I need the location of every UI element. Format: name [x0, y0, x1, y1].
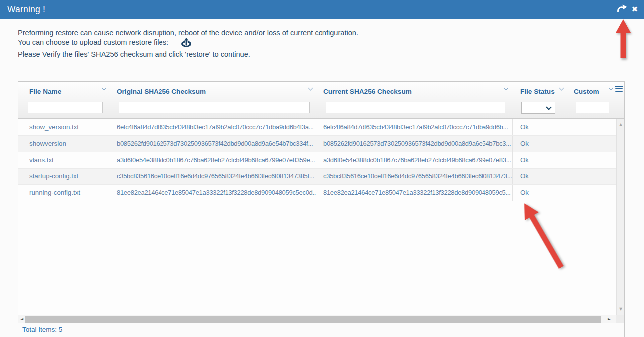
- custom-cell: [567, 185, 616, 201]
- vertical-scrollbar[interactable]: ▲ ▼: [616, 119, 624, 315]
- table-header: File Name Original SHA256 Checksum Curre…: [18, 82, 624, 119]
- dialog-title-bar: Warning ! ✖: [0, 0, 644, 19]
- file-name-cell: running-config.txt: [18, 185, 109, 201]
- scroll-up-icon[interactable]: ▲: [617, 123, 625, 127]
- grid-menu-hamburger-icon[interactable]: [615, 86, 623, 92]
- file-name-cell: show_version.txt: [18, 119, 109, 135]
- horizontal-scrollbar-thumb[interactable]: [25, 316, 601, 323]
- close-icon: ✖: [632, 5, 638, 14]
- file-status-cell: Ok: [513, 168, 567, 184]
- table-row[interactable]: showversion b085262fd90162573d7302509365…: [18, 136, 616, 152]
- checksum-table: File Name Original SHA256 Checksum Curre…: [18, 81, 625, 337]
- file-name-cell: vlans.txt: [18, 152, 109, 168]
- file-name-cell: startup-config.txt: [18, 168, 109, 184]
- dialog-title: Warning !: [7, 0, 45, 19]
- redo-curved-arrow-icon: [616, 4, 628, 14]
- current-checksum-cell: b085262fd90162573d730250936573f42dbd9d00…: [316, 136, 513, 152]
- file-status-cell: Ok: [513, 185, 567, 201]
- warning-line-2: You can choose to upload custom restore …: [18, 38, 358, 49]
- file-status-filter-select[interactable]: [521, 102, 555, 114]
- total-items-label: Total Items: 5: [22, 326, 62, 333]
- chevron-down-icon[interactable]: [102, 86, 106, 90]
- file-name-filter-input[interactable]: [28, 102, 103, 113]
- table-row[interactable]: startup-config.txt c35bc835616ce10ceff16…: [18, 168, 616, 185]
- table-row[interactable]: running-config.txt 81ee82ea21464ce71e850…: [18, 185, 616, 201]
- chevron-down-icon[interactable]: [309, 86, 313, 90]
- column-header-file-status[interactable]: File Status: [513, 82, 567, 101]
- upload-icon[interactable]: [181, 38, 191, 49]
- close-button[interactable]: ✖: [628, 0, 641, 19]
- custom-cell: [567, 152, 616, 168]
- scroll-left-icon[interactable]: ◄: [20, 317, 23, 321]
- current-checksum-cell: c35bc835616ce10ceff16e6d4dc9765658324fe4…: [316, 168, 513, 184]
- original-checksum-cell: 6efc4f6a84d7df635cb4348bf3ec17af9b2afc07…: [109, 119, 316, 135]
- warning-message: Preforming restore can cause network dis…: [18, 28, 358, 59]
- original-checksum-cell: c35bc835616ce10ceff16e6d4dc9765658324fe4…: [109, 168, 316, 184]
- table-row[interactable]: show_version.txt 6efc4f6a84d7df635cb4348…: [18, 119, 616, 136]
- annotation-arrow-restore: [614, 19, 633, 61]
- chevron-down-icon[interactable]: [560, 86, 564, 90]
- custom-filter-input[interactable]: [576, 102, 609, 113]
- column-header-original-checksum[interactable]: Original SHA256 Checksum: [109, 82, 316, 101]
- scrollbar-corner: [616, 315, 624, 323]
- warning-line-1: Preforming restore can cause network dis…: [18, 28, 358, 38]
- horizontal-scrollbar[interactable]: ◄ ►: [18, 315, 616, 323]
- current-checksum-cell: a3d6f0e54e388dc0b1867c76ba628eb27cfcbf49…: [316, 152, 513, 168]
- table-row[interactable]: vlans.txt a3d6f0e54e388dc0b1867c76ba628e…: [18, 152, 616, 168]
- custom-cell: [567, 168, 616, 184]
- column-header-current-checksum[interactable]: Current SHA256 Checksum: [316, 82, 513, 101]
- table-body: show_version.txt 6efc4f6a84d7df635cb4348…: [18, 119, 616, 315]
- original-checksum-cell: b085262fd90162573d730250936573f42dbd9d00…: [109, 136, 316, 152]
- original-checksum-filter-input[interactable]: [119, 102, 310, 113]
- scroll-down-icon[interactable]: ▼: [617, 307, 625, 311]
- original-checksum-cell: 81ee82ea21464ce71e85047e1a33322f13f3228d…: [109, 185, 316, 201]
- chevron-down-icon[interactable]: [504, 86, 508, 90]
- custom-cell: [567, 136, 616, 152]
- column-header-file-name[interactable]: File Name: [18, 82, 109, 101]
- current-checksum-cell: 6efc4f6a84d7df635cb4348bf3ec17af9b2afc07…: [316, 119, 513, 135]
- column-header-custom[interactable]: Custom: [567, 82, 616, 101]
- current-checksum-cell: 81ee82ea21464ce71e85047e1a33322f13f3228d…: [316, 185, 513, 201]
- original-checksum-cell: a3d6f0e54e388dc0b1867c76ba628eb27cfcbf49…: [109, 152, 316, 168]
- table-footer: Total Items: 5: [18, 323, 624, 337]
- scroll-right-icon[interactable]: ►: [608, 317, 611, 321]
- current-checksum-filter-input[interactable]: [326, 102, 505, 113]
- file-status-cell: Ok: [513, 136, 567, 152]
- chevron-down-icon[interactable]: [609, 86, 613, 90]
- file-name-cell: showversion: [18, 136, 109, 152]
- restore-button[interactable]: [615, 0, 628, 19]
- custom-cell: [567, 119, 616, 135]
- chevron-down-icon: [547, 105, 551, 109]
- warning-line-3: Please Verify the files' SHA256 checksum…: [18, 50, 358, 59]
- file-status-cell: Ok: [513, 119, 567, 135]
- file-status-cell: Ok: [513, 152, 567, 168]
